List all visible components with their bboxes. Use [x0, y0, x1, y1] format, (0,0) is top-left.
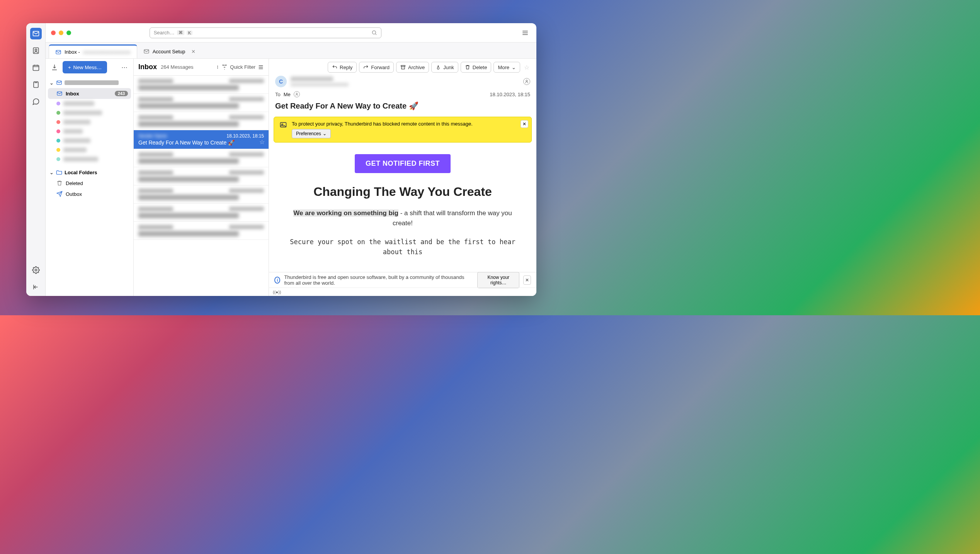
notice-text: To protect your privacy, Thunderbird has… — [292, 121, 473, 127]
thread-item-selected[interactable]: Sender Name 18.10.2023, 18:15 Get Ready … — [134, 130, 269, 149]
tabbar: Inbox - aaaaaaaaaaaaaaaaa Account Setup … — [46, 42, 536, 59]
close-footer-button[interactable]: ✕ — [523, 275, 531, 285]
folder-inbox[interactable]: Inbox 243 — [48, 88, 131, 99]
thread-list[interactable]: Sender Name 18.10.2023, 18:15 Get Ready … — [134, 76, 269, 296]
unread-badge: 243 — [115, 91, 128, 96]
junk-button[interactable]: Junk — [431, 62, 458, 73]
minimize-window-button[interactable] — [59, 31, 63, 35]
archive-button[interactable]: Archive — [396, 62, 429, 73]
thread-item[interactable] — [134, 167, 269, 185]
thread-item[interactable] — [134, 204, 269, 222]
folder-pane-more-button[interactable]: ⋯ — [119, 62, 129, 72]
message-date: 18.10.2023, 18:15 — [490, 92, 530, 97]
new-message-button[interactable]: + New Mess… — [63, 61, 107, 73]
tab-account-setup[interactable]: Account Setup ✕ — [137, 44, 202, 58]
collapse-icon[interactable] — [30, 281, 42, 293]
to-label: To — [275, 92, 281, 97]
svg-point-14 — [526, 80, 527, 82]
star-icon[interactable]: ☆ — [259, 138, 265, 146]
reply-button[interactable]: Reply — [328, 62, 357, 73]
from-name-blurred — [291, 76, 333, 82]
chat-space-icon[interactable] — [30, 96, 42, 107]
svg-point-2 — [35, 49, 37, 51]
folder-blurred[interactable] — [48, 127, 131, 136]
tab-inbox[interactable]: Inbox - aaaaaaaaaaaaaaaaa — [49, 44, 137, 58]
body-p1-rest: - a shift that will transform the way yo… — [393, 209, 512, 227]
thread-item[interactable] — [134, 185, 269, 204]
quick-filter-label[interactable]: Quick Filter — [230, 64, 255, 70]
thread-item[interactable] — [134, 149, 269, 167]
chevron-down-icon: ⌄ — [323, 131, 327, 136]
cta-button[interactable]: GET NOTIFIED FIRST — [355, 154, 451, 173]
app-menu-button[interactable] — [519, 27, 531, 38]
filter-icon[interactable] — [221, 64, 228, 70]
display-options-icon[interactable] — [258, 64, 264, 70]
folder-deleted[interactable]: Deleted — [48, 178, 131, 189]
svg-point-15 — [296, 93, 297, 94]
know-your-rights-button[interactable]: Know your rights… — [477, 272, 519, 288]
folder-outbox[interactable]: Outbox — [48, 189, 131, 199]
folder-label: Inbox — [66, 91, 112, 97]
search-icon — [371, 30, 377, 36]
chevron-down-icon: ⌄ — [49, 80, 54, 86]
kbd-k: K — [187, 31, 192, 35]
message-header: C To Me — [269, 76, 536, 114]
info-icon: i — [274, 277, 280, 284]
close-notice-button[interactable]: ✕ — [521, 120, 528, 128]
more-button[interactable]: More⌄ — [493, 62, 520, 73]
window-controls — [51, 31, 71, 35]
folder-label: Outbox — [66, 191, 128, 197]
titlebar: Search… ⌘ K — [46, 23, 536, 42]
delete-button[interactable]: Delete — [461, 62, 492, 73]
mail-space-icon[interactable] — [30, 28, 42, 39]
body-p1-bold: We are working on something big — [293, 209, 398, 217]
add-contact-icon[interactable] — [523, 78, 530, 85]
avatar: C — [275, 76, 287, 87]
tab-label: Account Setup — [153, 49, 185, 54]
thread-item[interactable] — [134, 76, 269, 94]
close-tab-icon[interactable]: ✕ — [191, 49, 196, 54]
calendar-space-icon[interactable] — [30, 62, 42, 73]
filter-handle-icon[interactable]: ⫶ — [216, 64, 219, 70]
folder-blurred[interactable] — [48, 145, 131, 155]
thread-sender-blurred: Sender Name — [138, 133, 167, 139]
footer-bar: i Thunderbird is free and open source so… — [269, 272, 536, 287]
account-name-blurred — [65, 80, 119, 85]
star-message-icon[interactable]: ☆ — [524, 64, 532, 71]
addressbook-space-icon[interactable] — [30, 45, 42, 56]
folder-blurred[interactable] — [48, 136, 131, 145]
svg-rect-3 — [33, 65, 39, 70]
forward-button[interactable]: Forward — [359, 62, 394, 73]
to-value: Me — [284, 92, 291, 97]
kbd-cmd: ⌘ — [177, 30, 184, 35]
settings-space-icon[interactable] — [30, 264, 42, 276]
app-window: Search… ⌘ K Inbox - aaaaaaaaaaaaaaaaa Ac… — [26, 23, 536, 296]
svg-rect-13 — [401, 65, 405, 66]
svg-point-12 — [226, 65, 226, 65]
message-pane: Reply Forward Archive Junk Delete More⌄ … — [269, 59, 536, 296]
thread-item[interactable] — [134, 112, 269, 130]
local-folders-row[interactable]: ⌄ Local Folders — [48, 167, 131, 178]
global-search-input[interactable]: Search… ⌘ K — [150, 27, 381, 38]
tasks-space-icon[interactable] — [30, 79, 42, 90]
thread-title: Inbox — [138, 63, 157, 71]
folder-blurred[interactable] — [48, 99, 131, 108]
thread-item[interactable] — [134, 94, 269, 112]
folder-tree: ⌄ Inbox 243 — [46, 76, 133, 296]
close-window-button[interactable] — [51, 31, 56, 35]
thread-item[interactable] — [134, 222, 269, 240]
folder-blurred[interactable] — [48, 155, 131, 164]
folder-blurred[interactable] — [48, 117, 131, 127]
message-body: GET NOTIFIED FIRST Changing The Way You … — [269, 143, 536, 272]
get-messages-button[interactable] — [49, 62, 60, 72]
message-subject: Get Ready For A New Way to Create 🚀 — [275, 101, 530, 110]
folder-blurred[interactable] — [48, 108, 131, 117]
me-contact-icon[interactable] — [294, 91, 300, 97]
quick-filter-bar: ⫶ Quick Filter — [216, 64, 264, 70]
maximize-window-button[interactable] — [66, 31, 71, 35]
plus-icon: + — [68, 65, 71, 70]
three-pane: + New Mess… ⋯ ⌄ Inbox 243 — [46, 59, 536, 296]
preferences-button[interactable]: Preferences ⌄ — [292, 129, 331, 138]
folder-toolbar: + New Mess… ⋯ — [46, 59, 133, 76]
account-row[interactable]: ⌄ — [48, 77, 131, 88]
